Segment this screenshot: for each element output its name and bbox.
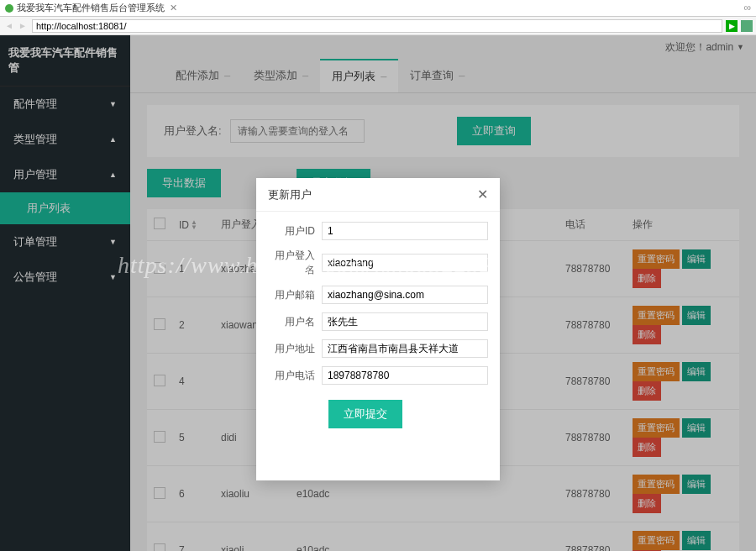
go-button[interactable]: ▶ — [726, 20, 738, 32]
browser-menu-icon[interactable] — [741, 20, 753, 32]
input-phone[interactable] — [322, 366, 488, 385]
tab-close-icon[interactable]: ✕ — [170, 3, 177, 13]
label-addr: 用户地址 — [268, 342, 322, 356]
label-id: 用户ID — [268, 224, 322, 239]
label-phone: 用户电话 — [268, 369, 322, 383]
update-user-modal: 更新用户 ✕ 用户ID 用户登入名 用户邮箱 用户名 用户地址 用户电话 立即提… — [256, 178, 500, 480]
nav-back-icon[interactable]: ◄ — [3, 20, 15, 32]
input-id[interactable] — [322, 222, 488, 240]
tab-title: 我爱我车汽车配件销售后台管理系统 — [17, 2, 165, 14]
modal-title: 更新用户 — [268, 187, 312, 202]
input-email[interactable] — [322, 286, 488, 304]
address-bar: ◄ ► ▶ — [0, 17, 756, 35]
nav-fwd-icon[interactable]: ► — [17, 20, 29, 32]
submit-button[interactable]: 立即提交 — [328, 400, 402, 428]
modal-close-icon[interactable]: ✕ — [477, 186, 488, 202]
label-login: 用户登入名 — [268, 249, 322, 277]
input-login[interactable] — [322, 254, 488, 272]
modal-overlay[interactable]: 更新用户 ✕ 用户ID 用户登入名 用户邮箱 用户名 用户地址 用户电话 立即提… — [0, 35, 756, 551]
label-email: 用户邮箱 — [268, 288, 322, 302]
label-name: 用户名 — [268, 315, 322, 329]
corner-icon: ∞ — [743, 2, 751, 13]
input-name[interactable] — [322, 312, 488, 331]
url-input[interactable] — [32, 19, 722, 33]
input-addr[interactable] — [322, 339, 488, 358]
browser-tab: 我爱我车汽车配件销售后台管理系统 ✕ ∞ — [0, 0, 756, 17]
favicon-icon — [5, 4, 13, 13]
